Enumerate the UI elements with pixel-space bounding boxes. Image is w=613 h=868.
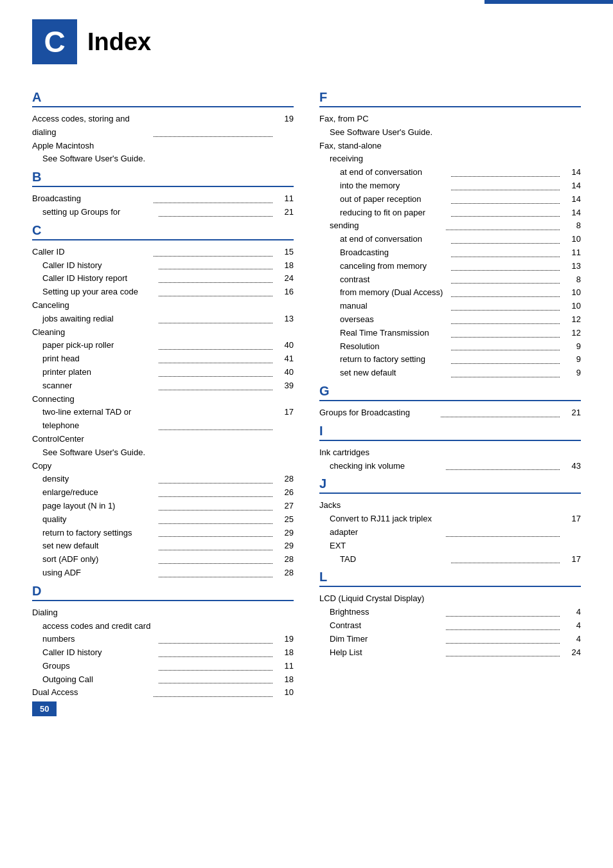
entry-dots <box>451 296 560 297</box>
entry-page: 9 <box>562 366 581 380</box>
entry-dots <box>159 683 273 683</box>
entry-page: 4 <box>562 633 581 646</box>
entry-dots <box>451 337 560 338</box>
entry-line: return to factory settings29 <box>32 527 294 540</box>
entry-text: paper pick-up roller <box>32 339 157 352</box>
entry-dots <box>159 643 273 644</box>
index-section-c: CCaller ID15Caller ID history18Caller ID… <box>32 223 294 580</box>
page-header: C Index <box>32 19 581 71</box>
entry-text: Real Time Transmission <box>319 327 449 340</box>
entry-dots <box>159 282 273 283</box>
entry-text: Caller ID history <box>32 646 157 660</box>
entry-line: enlarge/reduce26 <box>32 486 294 500</box>
entry-dots <box>159 656 273 657</box>
entry-line: Caller ID history18 <box>32 646 294 660</box>
entry-page: 17 <box>562 512 581 539</box>
entry-text: Broadcasting <box>32 192 152 206</box>
entry-line: printer platen40 <box>32 366 294 379</box>
entry-page: 12 <box>562 327 581 340</box>
entry-page: 8 <box>562 273 581 287</box>
entry-line: Dialing <box>32 606 294 620</box>
entry-page: 28 <box>274 566 294 580</box>
entries-a: Access codes, storing and dialing19Apple… <box>32 113 294 166</box>
entry-line: out of paper reception14 <box>319 193 581 206</box>
entry-dots <box>159 363 273 363</box>
entry-dots <box>446 536 560 537</box>
entry-line: two-line external TAD or telephone17 <box>32 406 294 433</box>
entry-text: sending <box>319 219 444 233</box>
entry-text: from memory (Dual Access) <box>319 286 449 300</box>
section-letter-l: L <box>319 570 581 587</box>
entry-line: EXT <box>319 539 581 553</box>
entry-line: Dual Access10 <box>32 686 294 700</box>
entry-dots <box>451 283 560 284</box>
page: C Index AAccess codes, storing and diali… <box>0 0 613 729</box>
section-letter-j: J <box>319 476 581 494</box>
entry-dots <box>451 363 560 364</box>
entry-text: scanner <box>32 379 157 393</box>
entry-line: at end of conversation10 <box>319 233 581 246</box>
entry-line: Brightness4 <box>319 606 581 619</box>
entry-line: Copy <box>32 460 294 473</box>
entry-page: 11 <box>562 246 581 260</box>
entry-dots <box>154 203 273 203</box>
entry-text: Caller ID History report <box>32 272 157 285</box>
section-letter-f: F <box>319 90 581 107</box>
entry-text: return to factory settings <box>32 527 157 540</box>
entry-line: ControlCenter <box>32 433 294 446</box>
right-column: FFax, from PCSee Software User's Guide.F… <box>319 90 581 703</box>
entry-page: 10 <box>562 233 581 246</box>
entry-line: Jacks <box>319 499 581 512</box>
entry-line: Fax, stand-alone <box>319 140 581 153</box>
page-footer: 50 <box>0 701 613 716</box>
section-letter-b: B <box>32 170 294 187</box>
entry-page: 13 <box>274 312 294 326</box>
entry-page: 14 <box>562 206 581 220</box>
entry-page: 18 <box>274 646 294 660</box>
entry-line: Caller ID History report24 <box>32 272 294 285</box>
entry-line: Convert to RJ11 jack triplex adapter17 <box>319 512 581 539</box>
entry-text: Contrast <box>319 619 444 633</box>
entry-line: return to factory setting9 <box>319 353 581 366</box>
entry-page: 9 <box>562 340 581 354</box>
entry-page: 24 <box>274 272 294 285</box>
entry-line: Groups11 <box>32 660 294 673</box>
entry-line: Connecting <box>32 393 294 406</box>
entry-line: quality25 <box>32 513 294 527</box>
section-letter-c: C <box>32 223 294 240</box>
entry-line: See Software User's Guide. <box>32 446 294 460</box>
entry-dots <box>159 376 273 377</box>
entry-page: 18 <box>274 259 294 273</box>
entries-b: Broadcasting11setting up Groups for21 <box>32 192 294 219</box>
entry-page: 11 <box>274 192 294 206</box>
entry-line: Caller ID history18 <box>32 259 294 273</box>
entry-dots <box>446 469 560 470</box>
entry-text: Dual Access <box>32 686 152 700</box>
entry-dots <box>451 216 560 217</box>
entry-page: 19 <box>274 113 294 140</box>
entry-line: Ink cartridges <box>319 446 581 460</box>
entry-line: paper pick-up roller40 <box>32 339 294 352</box>
entry-dots <box>451 176 560 177</box>
entry-line: from memory (Dual Access)10 <box>319 286 581 300</box>
entry-line: scanner39 <box>32 379 294 393</box>
entry-text: numbers <box>32 633 157 646</box>
entry-line: contrast8 <box>319 273 581 287</box>
entries-c: Caller ID15Caller ID history18Caller ID … <box>32 246 294 580</box>
entry-line: Apple Macintosh <box>32 140 294 153</box>
entry-text: Groups <box>32 660 157 673</box>
entry-dots <box>159 510 273 511</box>
entry-page: 29 <box>274 539 294 553</box>
entry-text: density <box>32 473 157 486</box>
entry-dots <box>441 417 560 417</box>
index-section-f: FFax, from PCSee Software User's Guide.F… <box>319 90 581 380</box>
entry-page: 19 <box>274 633 294 646</box>
entry-page: 26 <box>274 486 294 500</box>
entry-line: TAD17 <box>319 553 581 566</box>
entry-dots <box>451 563 560 563</box>
entry-text: print head <box>32 352 157 366</box>
index-section-g: GGroups for Broadcasting21 <box>319 384 581 420</box>
entry-page: 21 <box>562 406 581 420</box>
section-letter-i: I <box>319 424 581 441</box>
entry-dots <box>451 377 560 377</box>
